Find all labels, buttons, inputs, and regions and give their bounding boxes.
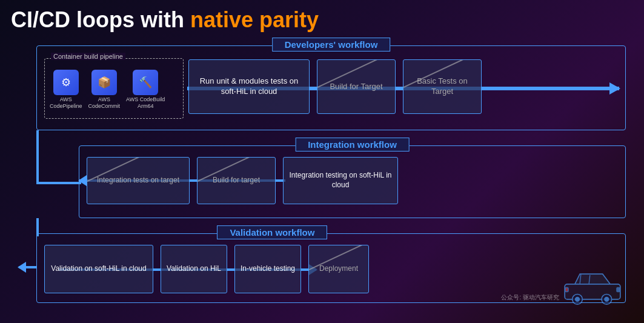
aws-codecommit-icon: 📦 bbox=[91, 70, 117, 95]
aws-codebuild-icon-item: 🔨 AWS CodeBuildArm64 bbox=[126, 70, 165, 110]
val-workflow-container: Validation workflow Validation on soft-H… bbox=[36, 233, 626, 303]
dev-box-unit-tests: Run unit & modules tests on soft-HiL in … bbox=[188, 59, 310, 114]
dev-box-basic-tests-slash bbox=[403, 60, 481, 113]
aws-codecommit-icon-item: 📦 AWSCodeCommit bbox=[88, 70, 121, 110]
dev-box-unit-tests-text: Run unit & modules tests on soft-HiL in … bbox=[193, 76, 305, 97]
aws-codecommit-label: AWSCodeCommit bbox=[88, 96, 121, 110]
val-box-hil-text: Validation on HiL bbox=[167, 264, 221, 274]
val-workflow-label: Validation workflow bbox=[217, 225, 327, 239]
aws-codepipeline-icon: ⚙ bbox=[53, 70, 79, 95]
val-start-arrow bbox=[19, 266, 37, 268]
aws-codebuild-label: AWS CodeBuildArm64 bbox=[126, 96, 165, 110]
page-title: CI/CD loops with native parity bbox=[11, 7, 319, 33]
val-box-hil: Validation on HiL bbox=[161, 245, 227, 293]
val-box-deployment-slash bbox=[309, 245, 368, 293]
dev-box-basic-tests: Basic Tests on Target bbox=[403, 59, 482, 114]
container-pipeline-box: Container build pipeline ⚙ AWSCodePipeli… bbox=[44, 58, 184, 119]
val-box-deployment: Deployment bbox=[308, 245, 369, 293]
int-box-build-target: Build for target bbox=[197, 157, 276, 204]
title-main: CI/CD loops with bbox=[11, 7, 190, 32]
car-svg bbox=[562, 265, 623, 308]
aws-icons-row: ⚙ AWSCodePipeline 📦 AWSCodeCommit 🔨 AWS … bbox=[45, 59, 183, 112]
val-box-invehicle: In-vehicle testing bbox=[234, 245, 301, 293]
dev-box-build-target: Build for Target bbox=[317, 59, 396, 114]
car-icon bbox=[562, 265, 623, 308]
int-box-soft-hil-text: Integration testing on soft-HiL in cloud bbox=[287, 171, 394, 190]
int-box-soft-hil: Integration testing on soft-HiL in cloud bbox=[283, 157, 398, 204]
int-box-build-slash bbox=[198, 158, 275, 204]
svg-rect-7 bbox=[565, 288, 568, 292]
int-left-horizontal-connector bbox=[36, 182, 81, 184]
svg-point-5 bbox=[605, 298, 609, 302]
dev-workflow-container: Developers' workflow Container build pip… bbox=[36, 45, 626, 130]
int-box-tests-target: Integration tests on target bbox=[87, 157, 190, 204]
aws-codepipeline-label: AWSCodePipeline bbox=[50, 96, 82, 110]
title-highlight: native parity bbox=[190, 7, 319, 32]
int-workflow-label: Integration workflow bbox=[295, 138, 410, 152]
int-workflow-container: Integration workflow Integration tests o… bbox=[79, 145, 626, 218]
svg-point-3 bbox=[576, 298, 580, 302]
dev-workflow-label: Developers' workflow bbox=[272, 38, 391, 52]
dev-box-build-target-slash bbox=[317, 60, 395, 113]
container-pipeline-label: Container build pipeline bbox=[51, 53, 125, 60]
aws-codepipeline-icon-item: ⚙ AWSCodePipeline bbox=[50, 70, 82, 110]
int-box-tests-slash bbox=[87, 158, 189, 204]
int-left-vertical-connector bbox=[36, 130, 39, 184]
val-box-invehicle-text: In-vehicle testing bbox=[241, 264, 295, 274]
val-box-soft-hil-text: Validation on soft-HiL in cloud bbox=[51, 264, 146, 274]
watermark: 公众号: 驱动汽车研究 bbox=[501, 293, 559, 302]
val-box-soft-hil: Validation on soft-HiL in cloud bbox=[44, 245, 153, 293]
svg-rect-6 bbox=[617, 288, 620, 292]
aws-codebuild-icon: 🔨 bbox=[133, 70, 158, 95]
